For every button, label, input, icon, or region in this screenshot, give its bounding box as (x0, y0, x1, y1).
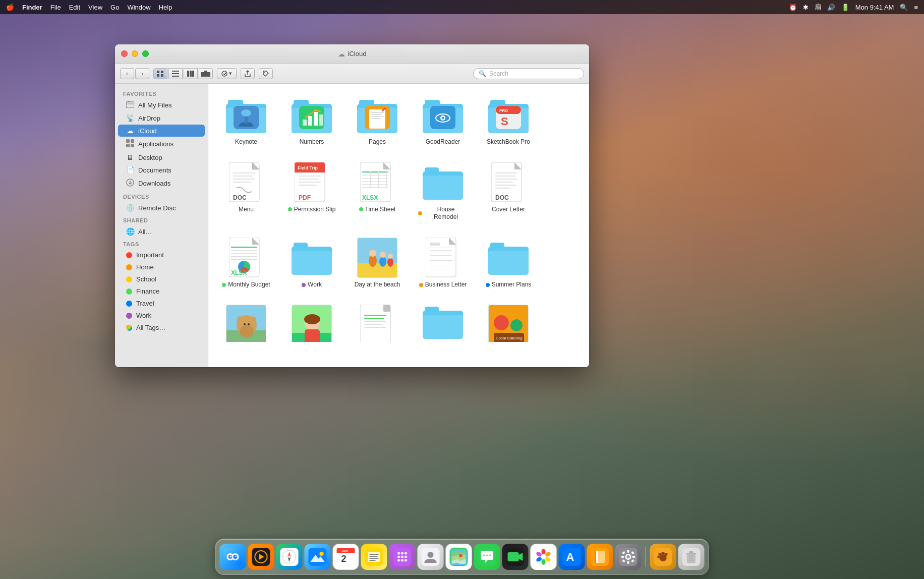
sidebar-item-all-shared[interactable]: 🌐 All… (118, 225, 205, 238)
sidebar-item-downloads[interactable]: Downloads (118, 177, 205, 190)
dock-item-systemprefs[interactable] (615, 544, 642, 570)
file-item-cover-letter[interactable]: DOC Cover Letter (481, 159, 536, 224)
apple-menu[interactable]: 🍎 (6, 4, 14, 11)
summer-plans-label: Summer Plans (486, 281, 532, 289)
dock-item-contacts[interactable] (418, 544, 444, 570)
forward-button[interactable]: › (135, 68, 149, 79)
all-shared-icon: 🌐 (126, 227, 134, 236)
tag-button[interactable] (259, 68, 273, 79)
dock-item-appstore[interactable]: A (559, 544, 585, 570)
svg-rect-5 (172, 73, 179, 74)
dock-item-finder[interactable] (220, 544, 246, 570)
menubar-view[interactable]: View (88, 4, 102, 11)
svg-point-247 (665, 553, 668, 556)
window-title-text: iCloud (348, 50, 367, 57)
sidebar-item-school[interactable]: School (118, 273, 205, 285)
cover-flow-button[interactable] (199, 68, 213, 79)
house-remodel-label: House Remodel (418, 206, 468, 221)
file-item-summer-plans[interactable]: Summer Plans (481, 235, 536, 292)
file-grid: Keynote (208, 84, 589, 367)
svg-rect-238 (632, 556, 636, 558)
sidebar-item-home[interactable]: Home (118, 261, 205, 273)
dock-item-photos[interactable] (531, 544, 557, 570)
maximize-button[interactable] (142, 50, 149, 57)
dock-item-launchpad[interactable] (248, 544, 274, 570)
share-button[interactable] (241, 68, 255, 79)
menubar-app-name[interactable]: Finder (22, 4, 42, 11)
column-view-button[interactable] (184, 68, 198, 79)
file-item-sketchbook[interactable]: PRO S SketchBook Pro (481, 92, 536, 149)
dock-item-photos-edit[interactable] (305, 544, 331, 570)
file-item-house-remodel[interactable]: House Remodel (415, 159, 471, 224)
list-view-button[interactable] (168, 68, 183, 79)
sidebar-item-important[interactable]: Important (118, 249, 205, 261)
svg-rect-31 (294, 100, 309, 106)
dock-item-trash[interactable] (678, 544, 705, 570)
svg-rect-85 (378, 171, 379, 188)
sidebar-item-airdrop[interactable]: 📡 AirDrop (118, 112, 205, 124)
svg-point-213 (486, 555, 488, 556)
file-item-empty-folder[interactable] (415, 302, 471, 342)
sidebar-item-remote-disc[interactable]: 💿 Remote Disc (118, 202, 205, 214)
file-item-beach[interactable]: Day at the beach (350, 235, 405, 292)
file-item-monthly-budget[interactable]: XLSX Monthly Budget (218, 235, 274, 292)
sidebar-item-applications[interactable]: Applications (118, 137, 205, 151)
svg-rect-231 (595, 551, 596, 563)
dock-item-messages[interactable] (474, 544, 500, 570)
svg-text:2: 2 (341, 554, 346, 564)
icon-view-button[interactable] (153, 68, 167, 79)
menubar-help[interactable]: Help (159, 4, 172, 11)
dock-item-maps[interactable] (446, 544, 472, 570)
numbers-icon (292, 95, 332, 135)
dock-item-launchpad2[interactable] (389, 544, 416, 570)
menubar-file[interactable]: File (50, 4, 61, 11)
dock-item-notes[interactable] (361, 544, 387, 570)
file-item-numbers[interactable]: Numbers (284, 92, 339, 149)
menubar-edit[interactable]: Edit (69, 4, 80, 11)
menubar-window[interactable]: Window (127, 4, 150, 11)
file-item-work-folder[interactable]: Work (284, 235, 339, 292)
house-remodel-dot (418, 211, 422, 215)
file-item-permission-slip[interactable]: Field Trip PDF (284, 159, 339, 224)
summer-plans-dot (486, 283, 490, 287)
file-item-keynote[interactable]: Keynote (218, 92, 274, 149)
dock-item-facetime[interactable] (502, 544, 529, 570)
arrange-button[interactable]: ▾ (217, 68, 237, 79)
svg-point-28 (241, 109, 251, 117)
search-icon[interactable]: 🔍 (900, 4, 908, 11)
svg-rect-216 (508, 552, 519, 561)
dock-item-calendar[interactable]: JUN 2 (333, 544, 359, 570)
file-item-doc-partial[interactable] (350, 302, 405, 342)
file-item-local-catering[interactable]: Local Catering (481, 302, 536, 342)
back-button[interactable]: ‹ (120, 68, 134, 79)
dock-item-finder2[interactable] (650, 544, 676, 570)
file-item-girl-photo[interactable] (284, 302, 339, 342)
svg-text:XLSX: XLSX (231, 269, 247, 276)
file-item-goodreader[interactable]: GoodReader (415, 92, 471, 149)
sidebar-item-icloud[interactable]: ☁ iCloud (118, 125, 205, 137)
dock-item-books[interactable] (587, 544, 613, 570)
file-item-pages[interactable]: Pages (350, 92, 405, 149)
search-bar[interactable]: 🔍 Search (473, 68, 584, 79)
file-item-business-letter[interactable]: Business Letter (415, 235, 471, 292)
menubar-go[interactable]: Go (110, 4, 119, 11)
sidebar-item-all-tags[interactable]: All Tags… (118, 322, 205, 333)
file-item-dog-photo[interactable] (218, 302, 274, 342)
main-content: Favorites All My Files 📡 AirDrop ☁ iClou… (115, 84, 589, 367)
sidebar-item-travel[interactable]: Travel (118, 298, 205, 309)
sidebar-item-desktop[interactable]: 🖥 Desktop (118, 151, 205, 163)
svg-point-204 (428, 552, 434, 558)
svg-rect-86 (386, 171, 387, 188)
minimize-button[interactable] (132, 50, 138, 57)
sidebar-item-documents[interactable]: 📄 Documents (118, 164, 205, 176)
sidebar-item-all-my-files[interactable]: All My Files (118, 99, 205, 111)
devices-header: Devices (115, 191, 208, 201)
sidebar-item-finance[interactable]: Finance (118, 285, 205, 297)
permission-slip-icon: Field Trip PDF (292, 162, 332, 203)
close-button[interactable] (121, 50, 128, 57)
dock-item-safari[interactable] (276, 544, 303, 570)
sidebar-item-work[interactable]: Work (118, 310, 205, 321)
file-item-time-sheet[interactable]: Weekly XLSX Time Sheet (350, 159, 405, 224)
file-item-menu[interactable]: DOC Menu (218, 159, 274, 224)
notification-icon[interactable]: ≡ (914, 4, 918, 11)
